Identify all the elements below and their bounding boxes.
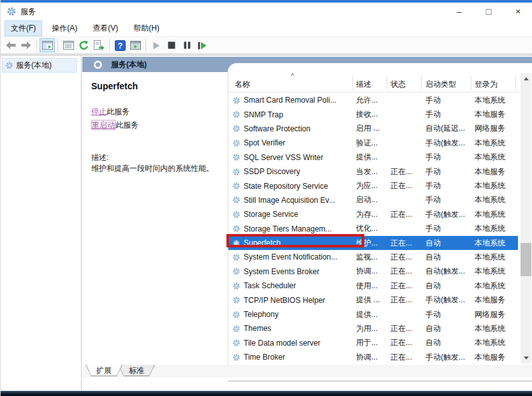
service-desc-cell: 协调... bbox=[356, 352, 388, 363]
table-row[interactable]: SSDP Discovery当发...正在...手动本地服务 bbox=[228, 165, 519, 179]
table-row[interactable]: Telephony提供...手动网络服务 bbox=[228, 307, 519, 321]
column-divider[interactable] bbox=[471, 76, 471, 90]
table-row[interactable]: System Events Broker协调...正在...自动(触发...本地… bbox=[228, 265, 519, 279]
toolbar-separator bbox=[145, 39, 146, 52]
column-divider[interactable] bbox=[515, 76, 516, 90]
view-tabs: 扩展 标准 bbox=[82, 365, 532, 378]
show-console-tree-icon[interactable] bbox=[40, 38, 55, 52]
table-row[interactable]: Still Image Acquisition Ev...启动...手动本地系统 bbox=[228, 193, 519, 207]
maximize-button[interactable]: □ bbox=[474, 3, 503, 20]
service-name-cell: Time Broker bbox=[232, 353, 351, 362]
tab-extended-label: 扩展 bbox=[86, 365, 122, 376]
restart-service-link[interactable]: 重启动 bbox=[91, 120, 115, 130]
service-logon-cell: 本地服务 bbox=[475, 352, 518, 363]
service-status-cell: 正在... bbox=[390, 166, 422, 177]
service-gear-icon bbox=[232, 253, 240, 261]
table-row[interactable]: SQL Server VSS Writer提供...手动本地系统 bbox=[228, 150, 519, 165]
table-row[interactable]: Spot Verifier验证...手动(触发...本地系统 bbox=[228, 136, 519, 150]
service-desc-cell: 用于... bbox=[356, 337, 388, 348]
service-name-cell: TCP/IP NetBIOS Helper bbox=[232, 296, 351, 305]
restart-service-suffix: 此服务 bbox=[115, 121, 138, 129]
service-startup-cell: 自动(延迟... bbox=[425, 123, 471, 134]
column-status[interactable]: 状态 bbox=[390, 79, 406, 90]
stop-service-icon[interactable] bbox=[164, 38, 179, 52]
minimize-button[interactable]: – bbox=[445, 3, 474, 20]
service-name-cell: Themes bbox=[232, 324, 351, 333]
table-row[interactable]: Time Broker协调...正在...手动(触发...本地服务 bbox=[228, 350, 519, 364]
services-gear-icon bbox=[5, 61, 13, 70]
service-gear-icon bbox=[232, 325, 240, 333]
column-divider[interactable] bbox=[421, 76, 422, 90]
menu-file[interactable]: 文件(F) bbox=[4, 20, 42, 36]
details-area: 服务(本地) Superfetch 停止此服务 重启动此服务 描述: 维护和提高… bbox=[82, 55, 532, 392]
tab-standard[interactable]: 标准 bbox=[118, 365, 155, 376]
service-name-cell: SSDP Discovery bbox=[232, 167, 351, 176]
table-row[interactable]: System Event Notification...监视...正在...自动… bbox=[228, 250, 519, 264]
column-logon-as[interactable]: 登录为 bbox=[475, 79, 498, 90]
table-row[interactable]: Task Scheduler使用...正在...自动本地系统 bbox=[228, 279, 519, 293]
table-row[interactable]: Storage Service为存...正在...手动(触发...本地系统 bbox=[228, 207, 519, 221]
service-desc-cell: 优化... bbox=[356, 223, 388, 234]
service-startup-cell: 自动 bbox=[425, 252, 471, 263]
refresh-icon[interactable] bbox=[76, 38, 91, 52]
help-icon[interactable]: ? bbox=[112, 38, 128, 52]
column-startup-type[interactable]: 启动类型 bbox=[425, 79, 456, 90]
tab-extended[interactable]: 扩展 bbox=[85, 365, 122, 376]
table-row[interactable]: State Repository Service为应...正在...手动本地系统 bbox=[228, 179, 519, 193]
close-button[interactable]: × bbox=[503, 3, 532, 20]
column-divider[interactable] bbox=[352, 76, 353, 90]
stop-service-line: 停止此服务 bbox=[91, 105, 138, 119]
sort-ascending-icon: ^ bbox=[291, 72, 294, 80]
service-logon-cell: 本地系统 bbox=[475, 337, 518, 348]
column-description[interactable]: 描述 bbox=[356, 79, 371, 90]
menu-action[interactable]: 操作(A) bbox=[46, 21, 83, 36]
service-desc-cell: 启用 ... bbox=[356, 123, 388, 134]
service-gear-icon bbox=[232, 110, 240, 119]
restart-service-line: 重启动此服务 bbox=[91, 119, 138, 132]
tree-item-services-local[interactable]: 服务(本地) bbox=[2, 58, 77, 73]
column-divider[interactable] bbox=[387, 76, 387, 90]
table-row[interactable]: SNMP Trap接收...手动本地服务 bbox=[228, 107, 519, 121]
service-status-cell: 正在... bbox=[390, 238, 422, 249]
table-row[interactable]: TCP/IP NetBIOS Helper提供 ...正在...手动(触发...… bbox=[228, 293, 519, 307]
restart-service-icon[interactable] bbox=[195, 38, 210, 52]
service-gear-icon bbox=[232, 311, 240, 319]
service-gear-icon bbox=[232, 153, 240, 161]
pause-service-icon[interactable] bbox=[179, 38, 195, 52]
show-window-icon[interactable] bbox=[128, 38, 143, 52]
table-row[interactable]: Smart Card Removal Poli...允许...手动本地系统 bbox=[228, 93, 519, 107]
back-arrow-icon[interactable] bbox=[3, 38, 18, 52]
stop-service-link[interactable]: 停止 bbox=[91, 107, 107, 116]
scroll-down-icon[interactable] bbox=[521, 353, 531, 363]
service-name-cell: Storage Service bbox=[232, 210, 351, 219]
export-list-icon[interactable] bbox=[91, 38, 107, 52]
service-desc-cell: 允许... bbox=[356, 95, 388, 106]
tab-standard-label: 标准 bbox=[119, 365, 154, 376]
service-logon-cell: 本地系统 bbox=[475, 281, 518, 291]
service-desc-cell: 为存... bbox=[356, 209, 388, 220]
service-gear-icon bbox=[232, 296, 240, 304]
service-startup-cell: 手动(触发... bbox=[425, 352, 471, 363]
service-name-cell: Software Protection bbox=[232, 124, 351, 133]
tree-item-label: 服务(本地) bbox=[16, 60, 52, 71]
start-service-icon[interactable] bbox=[149, 38, 164, 52]
service-status-cell: 正在... bbox=[390, 180, 422, 191]
service-status-cell: 正在... bbox=[390, 252, 422, 263]
scroll-up-icon[interactable] bbox=[521, 73, 531, 84]
service-logon-cell: 本地系统 bbox=[475, 152, 518, 163]
table-row[interactable]: Software Protection启用 ...自动(延迟...网络服务 bbox=[228, 122, 519, 136]
service-status-cell: 正在... bbox=[390, 266, 422, 277]
column-name[interactable]: 名称 bbox=[235, 79, 250, 90]
scrollbar-thumb[interactable] bbox=[521, 243, 531, 276]
selected-service-name: Superfetch bbox=[91, 81, 138, 91]
service-status-cell: 正在... bbox=[390, 352, 422, 363]
service-gear-icon bbox=[232, 224, 240, 233]
properties-icon[interactable] bbox=[61, 38, 76, 52]
menu-view[interactable]: 查看(V) bbox=[87, 21, 124, 36]
table-row[interactable]: Themes为用...正在...自动本地系统 bbox=[228, 321, 519, 335]
vertical-scrollbar[interactable] bbox=[521, 73, 531, 363]
table-row[interactable]: Tile Data model server用于...正在...自动本地系统 bbox=[228, 336, 519, 350]
forward-arrow-icon[interactable] bbox=[18, 38, 34, 52]
menu-help[interactable]: 帮助(H) bbox=[128, 21, 165, 36]
service-name-cell: Smart Card Removal Poli... bbox=[232, 96, 351, 105]
